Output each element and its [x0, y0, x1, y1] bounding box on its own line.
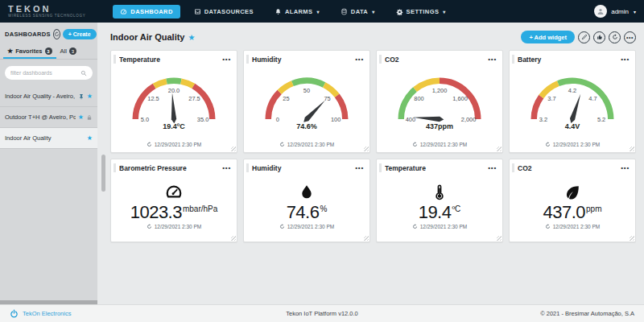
drag-handle[interactable]: [379, 163, 382, 172]
avatar: [594, 5, 607, 18]
more-icon[interactable]: •••: [355, 165, 364, 171]
nav-item-data[interactable]: DATA ▾: [333, 5, 382, 19]
refresh-dashboard-button[interactable]: [609, 31, 621, 43]
resize-handle[interactable]: [364, 236, 369, 241]
search-icon: [80, 70, 87, 76]
drag-handle[interactable]: [114, 163, 116, 172]
chevron-down-icon: ▾: [443, 9, 445, 14]
refresh-icon[interactable]: [545, 142, 551, 147]
resize-handle[interactable]: [630, 147, 634, 151]
refresh-icon[interactable]: [412, 142, 418, 147]
main-scrollbar[interactable]: [101, 155, 105, 192]
publish-dashboard-button[interactable]: [593, 31, 605, 43]
star-icon[interactable]: ★: [87, 134, 93, 142]
drag-handle[interactable]: [246, 55, 249, 64]
nav-menu: DASHBOARD DATASOURCES ALARMS ▾ DATA ▾: [113, 5, 452, 19]
list-item-indoor-air-quality[interactable]: Indoor Air Quality ★: [0, 128, 97, 149]
meter-icon: [165, 184, 183, 201]
copyright: © 2021 - Bresimar Automação, S.A: [540, 310, 634, 317]
nav-label: SETTINGS: [407, 8, 440, 15]
create-dashboard-button[interactable]: + Create: [63, 29, 97, 39]
resize-handle[interactable]: [630, 236, 634, 241]
thumbs-up-icon: [597, 34, 603, 40]
star-icon[interactable]: ★: [87, 93, 93, 100]
resize-handle[interactable]: [497, 236, 502, 241]
widget-title: CO2: [385, 56, 485, 64]
more-icon[interactable]: •••: [621, 165, 630, 171]
more-options-button[interactable]: •••: [624, 31, 636, 43]
gear-icon: [396, 8, 403, 15]
add-widget-button[interactable]: + Add widget: [521, 31, 575, 43]
svg-text:3.7: 3.7: [547, 95, 555, 102]
resize-handle[interactable]: [231, 236, 236, 241]
resize-handle[interactable]: [497, 147, 502, 151]
timestamp-text: 12/29/2021 2:30 PM: [287, 224, 335, 229]
resize-handle[interactable]: [231, 147, 236, 151]
refresh-icon[interactable]: [412, 224, 418, 229]
nav-item-alarms[interactable]: ALARMS ▾: [267, 5, 327, 19]
widget-temperature-gauge: Temperature ••• 5.012.520.027.535.019.4º…: [110, 50, 237, 153]
refresh-icon[interactable]: [279, 142, 285, 147]
value-number: 1023.3: [130, 202, 182, 222]
svg-text:20.0: 20.0: [168, 87, 180, 94]
refresh-icon[interactable]: [545, 224, 551, 229]
footer-brand-link[interactable]: TekOn Electronics: [10, 309, 71, 318]
nav-item-settings[interactable]: SETTINGS ▾: [389, 5, 453, 19]
chevron-down-icon: ▾: [316, 9, 319, 14]
chevron-down-icon: ▾: [634, 9, 636, 14]
favorite-star-icon[interactable]: ★: [188, 33, 196, 42]
drag-handle[interactable]: [114, 55, 116, 64]
all-count-badge: 3: [69, 47, 76, 55]
droplet-icon: [298, 184, 316, 201]
value-readout: 1023.3mbar/hPa: [130, 204, 218, 221]
drag-handle[interactable]: [512, 163, 514, 172]
tab-all[interactable]: All 3: [56, 44, 80, 59]
nav-item-datasources[interactable]: DATASOURCES: [187, 5, 261, 19]
svg-text:1,600: 1,600: [452, 95, 468, 102]
drag-handle[interactable]: [512, 55, 514, 64]
more-icon[interactable]: •••: [488, 165, 497, 171]
bell-icon: [275, 8, 282, 15]
user-menu[interactable]: admin ▾: [594, 5, 636, 18]
inbox-icon: [194, 8, 201, 15]
more-icon[interactable]: •••: [355, 56, 364, 63]
favorites-count-badge: 3: [45, 47, 52, 55]
more-icon[interactable]: •••: [222, 165, 231, 171]
svg-text:25: 25: [283, 95, 289, 102]
more-icon[interactable]: •••: [621, 56, 630, 63]
tekon-logo[interactable]: TEKON WIRELESS SENSING TECHNOLOGY: [8, 5, 85, 19]
list-item-indoor-air-quality-aveiro[interactable]: Indoor Air Quality - Aveiro, Po... ★: [0, 86, 97, 107]
drag-handle[interactable]: [246, 163, 249, 172]
value-number: 19.4: [419, 202, 452, 222]
temperature-gauge: 5.012.520.027.535.019.4ºC: [111, 64, 237, 142]
svg-text:5.0: 5.0: [141, 116, 149, 123]
refresh-icon[interactable]: [279, 224, 285, 229]
svg-text:5.2: 5.2: [597, 116, 605, 123]
svg-text:12.5: 12.5: [147, 95, 159, 102]
value-readout: 74.6%: [287, 204, 328, 221]
timestamp-text: 12/29/2021 2:30 PM: [420, 142, 468, 147]
battery-gauge: 3.23.74.24.75.24.4V: [510, 64, 635, 142]
refresh-dashboards-button[interactable]: [53, 29, 60, 39]
pin-icon[interactable]: [78, 93, 85, 100]
edit-dashboard-button[interactable]: [578, 31, 590, 43]
more-icon[interactable]: •••: [222, 56, 231, 63]
resize-handle[interactable]: [364, 147, 369, 151]
svg-text:1,200: 1,200: [432, 87, 448, 94]
star-icon[interactable]: ★: [78, 114, 84, 121]
nav-label: DATASOURCES: [204, 8, 254, 15]
last-update: 12/29/2021 2:30 PM: [412, 224, 468, 229]
nav-label: DATA: [351, 8, 368, 15]
refresh-icon[interactable]: [147, 142, 152, 147]
more-icon[interactable]: •••: [488, 56, 497, 63]
drag-handle[interactable]: [379, 55, 382, 64]
search-input[interactable]: [10, 70, 80, 76]
list-item-outdoor-th-aveiro[interactable]: Outdoor T+H @ Aveiro, Portu... ★: [0, 107, 97, 128]
nav-item-dashboard[interactable]: DASHBOARD: [113, 5, 180, 19]
widget-title: Temperature: [385, 164, 485, 172]
refresh-icon[interactable]: [147, 224, 152, 229]
tab-favorites[interactable]: ★ Favorites 3: [3, 44, 56, 59]
widget-title: Humidity: [252, 56, 352, 64]
filter-dashboards-search[interactable]: [5, 66, 93, 80]
database-icon: [341, 8, 348, 15]
